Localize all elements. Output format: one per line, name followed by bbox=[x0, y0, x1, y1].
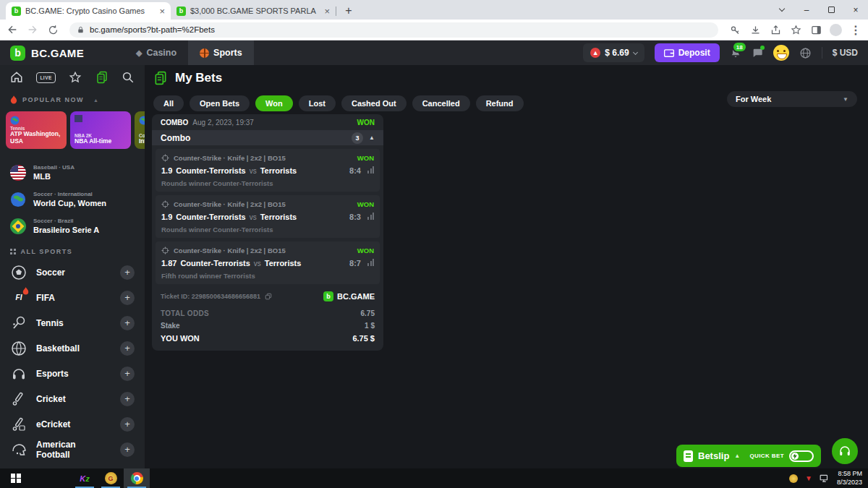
leg-status: WON bbox=[357, 154, 374, 162]
taskbar-app-kz[interactable]: Kz bbox=[72, 468, 98, 488]
password-key-icon[interactable] bbox=[728, 23, 741, 36]
popular-item-brasileiro[interactable]: Soccer · Brazil Brasileiro Serie A bbox=[0, 213, 145, 239]
collapse-arrow-icon[interactable]: ▲ bbox=[734, 453, 740, 459]
new-tab-button[interactable]: + bbox=[340, 2, 357, 20]
window-close-button[interactable]: × bbox=[843, 0, 868, 20]
filter-lost[interactable]: Lost bbox=[299, 95, 336, 111]
forward-icon[interactable] bbox=[26, 23, 39, 36]
betslip-bar[interactable]: Betslip ▲ QUICK BET bbox=[676, 445, 821, 467]
counter-strike-icon bbox=[161, 154, 169, 162]
back-icon[interactable] bbox=[6, 23, 19, 36]
vs-label: vs bbox=[254, 260, 261, 267]
window-restore-button[interactable] bbox=[819, 0, 843, 20]
sidebar-item-fifa[interactable]: FI FIFA + bbox=[0, 285, 145, 310]
filter-all[interactable]: All bbox=[153, 95, 184, 111]
expand-plus-icon[interactable]: + bbox=[120, 316, 135, 330]
tray-alert-icon[interactable]: ▼ bbox=[805, 474, 812, 482]
my-bets-icon[interactable] bbox=[95, 71, 109, 84]
browser-profile-avatar[interactable] bbox=[830, 24, 842, 36]
url-bar[interactable]: bc.game/sports?bt-path=%2Fbets bbox=[69, 22, 718, 38]
taskbar-clock[interactable]: 8:58 PM 8/3/2023 bbox=[837, 470, 862, 487]
collapse-arrow-icon[interactable]: ▲ bbox=[369, 134, 375, 141]
download-icon[interactable] bbox=[749, 23, 762, 36]
deposit-button[interactable]: Deposit bbox=[655, 43, 720, 62]
leg-market: Rounds winner Counter-Terrorists bbox=[161, 179, 374, 187]
nav-tab-sports[interactable]: Sports bbox=[188, 40, 254, 65]
sidebar-item-ecricket[interactable]: eCricket + bbox=[0, 411, 145, 437]
tray-coin-icon[interactable] bbox=[789, 474, 798, 483]
popular-card-nba-alltime[interactable]: NBA 2K NBA All-time bbox=[70, 111, 131, 149]
screen: b BC.GAME: Crypto Casino Games × b $3,00… bbox=[0, 0, 868, 488]
stats-icon[interactable] bbox=[367, 166, 374, 174]
browser-tab-bcgame[interactable]: b BC.GAME: Crypto Casino Games × bbox=[6, 2, 171, 20]
sidebar-item-tennis[interactable]: Tennis + bbox=[0, 310, 145, 335]
currency-display[interactable]: $ USD bbox=[833, 48, 858, 58]
bcgame-logo-text[interactable]: BC.GAME bbox=[31, 47, 84, 59]
notifications-button[interactable]: 18 bbox=[730, 47, 741, 59]
tab-search-icon[interactable] bbox=[770, 0, 794, 20]
quick-bet-label: QUICK BET bbox=[749, 453, 784, 459]
expand-plus-icon[interactable]: + bbox=[120, 392, 135, 406]
bet-leg-1[interactable]: Counter-Strike · Knife | 2x2 | BO15 WON … bbox=[156, 149, 380, 192]
expand-plus-icon[interactable]: + bbox=[120, 417, 135, 432]
popular-item-world-cup-women[interactable]: Soccer · International World Cup, Women bbox=[0, 186, 145, 213]
start-button[interactable] bbox=[0, 468, 32, 488]
fifa-icon: FI bbox=[10, 289, 27, 307]
combo-collapse-row[interactable]: Combo 3 ▲ bbox=[152, 130, 383, 145]
tab-close-icon[interactable]: × bbox=[159, 6, 165, 17]
nav-tab-casino[interactable]: ◆ Casino bbox=[124, 40, 188, 65]
main-content: My Bets All Open Bets Won Lost Cashed Ou… bbox=[145, 65, 868, 468]
popular-item-mlb[interactable]: Baseball · USA MLB bbox=[0, 159, 145, 186]
lock-icon bbox=[77, 26, 85, 34]
headphones-icon bbox=[838, 445, 851, 458]
expand-plus-icon[interactable]: + bbox=[120, 265, 135, 280]
support-button[interactable] bbox=[832, 438, 858, 464]
filter-won[interactable]: Won bbox=[255, 95, 293, 111]
filter-refund[interactable]: Refund bbox=[476, 95, 524, 111]
sidebar-item-soccer[interactable]: Soccer + bbox=[0, 260, 145, 285]
stats-icon[interactable] bbox=[367, 213, 374, 220]
stats-icon[interactable] bbox=[367, 259, 374, 266]
bcgame-logo-icon[interactable]: b bbox=[10, 46, 25, 61]
live-icon[interactable]: LIVE bbox=[36, 72, 55, 83]
bet-leg-3[interactable]: Counter-Strike · Knife | 2x2 | BO15 WON … bbox=[156, 241, 380, 284]
search-icon[interactable] bbox=[122, 71, 135, 84]
expand-plus-icon[interactable]: + bbox=[120, 291, 135, 305]
filter-open-bets[interactable]: Open Bets bbox=[190, 95, 250, 111]
copy-icon[interactable] bbox=[265, 293, 272, 300]
sidebar-item-american-football[interactable]: American Football + bbox=[0, 437, 145, 462]
balance-selector[interactable]: ▲ $ 6.69 bbox=[583, 43, 644, 62]
page-title: My Bets bbox=[175, 71, 222, 85]
sidebar-item-esports[interactable]: Esports + bbox=[0, 361, 145, 386]
side-panel-icon[interactable] bbox=[809, 23, 822, 36]
popular-card-atp-washington[interactable]: Tennis ATP Washington, USA bbox=[6, 111, 67, 149]
diamond-icon: ◆ bbox=[136, 48, 142, 58]
browser-menu-icon[interactable]: ⋮ bbox=[849, 23, 862, 36]
language-globe-icon[interactable] bbox=[799, 47, 812, 59]
sidebar-item-basketball[interactable]: Basketball + bbox=[0, 335, 145, 361]
user-avatar[interactable] bbox=[773, 45, 789, 61]
browser-tab-sports-parlay[interactable]: b $3,000 BC.GAME SPORTS PARLA × bbox=[171, 2, 336, 20]
expand-plus-icon[interactable]: + bbox=[120, 367, 135, 381]
bookmark-star-icon[interactable] bbox=[789, 23, 802, 36]
filter-cashed-out[interactable]: Cashed Out bbox=[341, 95, 407, 111]
chat-button[interactable] bbox=[752, 47, 763, 59]
taskbar-app-chrome[interactable] bbox=[124, 468, 150, 488]
popular-now-header[interactable]: POPULAR NOW ▲ bbox=[0, 87, 145, 108]
expand-plus-icon[interactable]: + bbox=[120, 341, 135, 356]
home-icon[interactable] bbox=[10, 71, 23, 84]
favorites-star-icon[interactable] bbox=[69, 71, 82, 84]
quick-bet-toggle[interactable] bbox=[789, 450, 814, 462]
reload-icon[interactable] bbox=[46, 23, 59, 36]
filter-cancelled[interactable]: Cancelled bbox=[412, 95, 470, 111]
tab-close-icon[interactable]: × bbox=[324, 6, 330, 17]
window-minimize-button[interactable]: – bbox=[794, 0, 819, 20]
period-dropdown[interactable]: For Week ▼ bbox=[727, 91, 857, 107]
taskbar-app-gold[interactable]: G bbox=[98, 468, 124, 488]
bet-leg-2[interactable]: Counter-Strike · Knife | 2x2 | BO15 WON … bbox=[156, 195, 380, 238]
popular-card-masters[interactable]: Count Intel E Maste bbox=[135, 111, 145, 149]
expand-plus-icon[interactable]: + bbox=[120, 442, 135, 457]
tray-network-icon[interactable] bbox=[820, 474, 830, 483]
sidebar-item-cricket[interactable]: Cricket + bbox=[0, 386, 145, 411]
share-icon[interactable] bbox=[769, 23, 782, 36]
